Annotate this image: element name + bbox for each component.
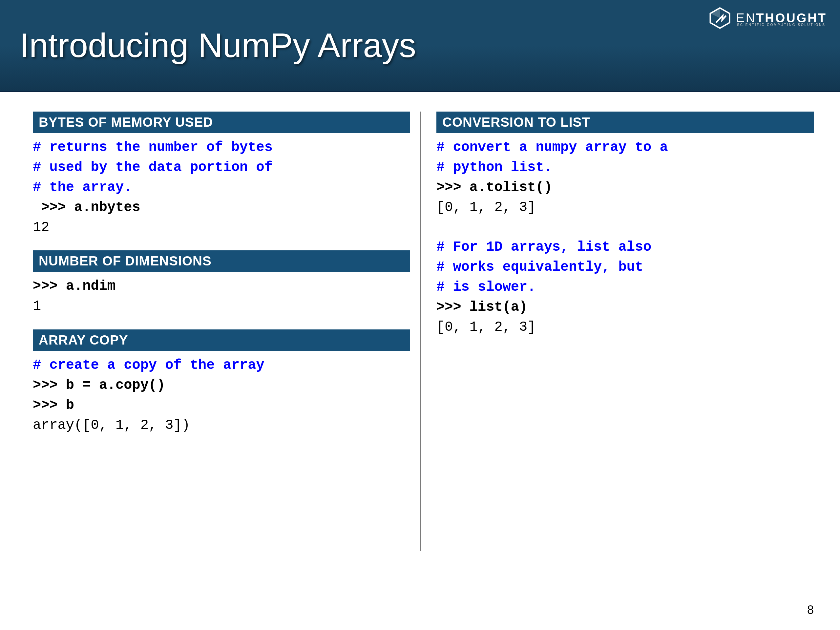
code-block-bytes: # returns the number of bytes # used by … bbox=[33, 137, 410, 237]
code-output: array([0, 1, 2, 3]) bbox=[33, 415, 410, 436]
code-comment: # returns the number of bytes bbox=[33, 137, 410, 158]
code-output: [0, 1, 2, 3] bbox=[436, 317, 814, 337]
column-divider bbox=[420, 112, 421, 551]
code-comment: # For 1D arrays, list also bbox=[436, 237, 814, 257]
code-prompt: >>> b = a.copy() bbox=[33, 375, 410, 395]
code-block-tolist: # convert a numpy array to a # python li… bbox=[436, 137, 814, 337]
code-prompt: >>> a.tolist() bbox=[436, 177, 814, 197]
code-prompt: >>> b bbox=[33, 395, 410, 415]
logo-subtitle: SCIENTIFIC COMPUTING SOLUTIONS bbox=[737, 23, 826, 27]
code-comment: # is slower. bbox=[436, 277, 814, 297]
code-comment: # the array. bbox=[33, 177, 410, 197]
section-header-tolist: CONVERSION TO LIST bbox=[436, 112, 814, 133]
section-header-dims: NUMBER OF DIMENSIONS bbox=[33, 250, 410, 272]
code-output: 1 bbox=[33, 296, 410, 316]
section-header-copy: ARRAY COPY bbox=[33, 330, 410, 351]
code-comment: # works equivalently, but bbox=[436, 257, 814, 277]
slide-title: Introducing NumPy Arrays bbox=[20, 26, 416, 65]
code-output: 12 bbox=[33, 218, 410, 238]
brand-logo: ENTHOUGHT SCIENTIFIC COMPUTING SOLUTIONS bbox=[709, 6, 827, 30]
code-comment: # used by the data portion of bbox=[33, 158, 410, 177]
slide-header: Introducing NumPy Arrays ENTHOUGHT SCIEN… bbox=[0, 0, 840, 92]
code-comment: # create a copy of the array bbox=[33, 355, 410, 375]
code-prompt: >>> a.nbytes bbox=[33, 197, 410, 218]
slide-content: BYTES OF MEMORY USED # returns the numbe… bbox=[0, 92, 840, 468]
code-block-dims: >>> a.ndim 1 bbox=[33, 276, 410, 316]
code-prompt: >>> a.ndim bbox=[33, 276, 410, 296]
code-block-copy: # create a copy of the array >>> b = a.c… bbox=[33, 355, 410, 436]
code-prompt: >>> list(a) bbox=[436, 297, 814, 317]
enthought-logo-icon bbox=[709, 6, 731, 30]
code-comment: # convert a numpy array to a bbox=[436, 137, 814, 158]
left-column: BYTES OF MEMORY USED # returns the numbe… bbox=[33, 112, 423, 448]
section-header-bytes: BYTES OF MEMORY USED bbox=[33, 112, 410, 133]
right-column: CONVERSION TO LIST # convert a numpy arr… bbox=[423, 112, 814, 448]
page-number: 8 bbox=[807, 603, 814, 617]
code-blank bbox=[436, 218, 814, 238]
code-output: [0, 1, 2, 3] bbox=[436, 197, 814, 218]
code-comment: # python list. bbox=[436, 158, 814, 177]
